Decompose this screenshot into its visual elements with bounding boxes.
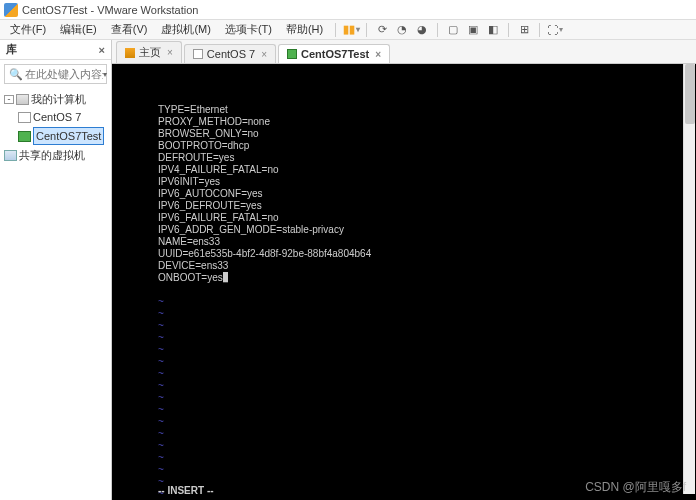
separator [335, 23, 336, 37]
main-area: 库 × 🔍 ▾ - 我的计算机 CentOS 7 CentOS7Test [0, 40, 696, 500]
expand-icon[interactable]: - [4, 95, 14, 104]
vm-console[interactable]: TYPE=Ethernet PROXY_METHOD=none BROWSER_… [112, 64, 696, 500]
tab-close-icon[interactable]: × [167, 47, 173, 58]
search-icon: 🔍 [9, 68, 23, 81]
menu-view[interactable]: 查看(V) [105, 20, 154, 39]
tab-label: CentOS7Test [301, 48, 369, 60]
vim-status-line: -- INSERT -- [158, 485, 214, 496]
tree-label: CentOS7Test [33, 127, 104, 145]
menu-file[interactable]: 文件(F) [4, 20, 52, 39]
tree-shared-vms[interactable]: 共享的虚拟机 [4, 146, 107, 164]
tab-bar: 主页 × CentOS 7 × CentOS7Test × [112, 40, 696, 64]
search-input[interactable] [25, 68, 103, 80]
vm-on-icon [18, 131, 31, 142]
tree-label: 共享的虚拟机 [19, 147, 85, 163]
shared-icon [4, 150, 17, 161]
fullscreen-button[interactable]: ▢ [444, 22, 462, 38]
pause-button[interactable]: ▮▮▾ [342, 22, 360, 38]
search-box[interactable]: 🔍 ▾ [4, 64, 107, 84]
cursor: _ [223, 272, 229, 283]
sidebar: 库 × 🔍 ▾ - 我的计算机 CentOS 7 CentOS7Test [0, 40, 112, 500]
tab-close-icon[interactable]: × [261, 49, 267, 60]
tree-label: CentOS 7 [33, 109, 81, 125]
tree-label: 我的计算机 [31, 91, 86, 107]
scrollbar-thumb[interactable] [685, 64, 695, 124]
tree-vm-centos7test[interactable]: CentOS7Test [4, 126, 107, 146]
search-dropdown-icon[interactable]: ▾ [103, 70, 107, 79]
snapshot-manager-button[interactable]: ◕ [413, 22, 431, 38]
vertical-scrollbar[interactable] [683, 64, 695, 494]
multiple-monitors-button[interactable]: ◧ [484, 22, 502, 38]
tree-vm-centos7[interactable]: CentOS 7 [4, 108, 107, 126]
sidebar-close-icon[interactable]: × [99, 44, 105, 56]
menu-help[interactable]: 帮助(H) [280, 20, 329, 39]
library-toggle-button[interactable]: ⊞ [515, 22, 533, 38]
menu-edit[interactable]: 编辑(E) [54, 20, 103, 39]
content: 主页 × CentOS 7 × CentOS7Test × TYPE=Ether… [112, 40, 696, 500]
tab-label: 主页 [139, 45, 161, 60]
snapshot-button[interactable]: ◔ [393, 22, 411, 38]
app-logo-icon [4, 3, 18, 17]
tab-close-icon[interactable]: × [375, 49, 381, 60]
tab-label: CentOS 7 [207, 48, 255, 60]
tab-centos7[interactable]: CentOS 7 × [184, 44, 276, 63]
title-bar: CentOS7Test - VMware Workstation [0, 0, 696, 20]
separator [437, 23, 438, 37]
home-icon [125, 48, 135, 58]
separator [539, 23, 540, 37]
separator [508, 23, 509, 37]
sidebar-header: 库 × [0, 40, 111, 60]
tree-my-computer[interactable]: - 我的计算机 [4, 90, 107, 108]
window-title: CentOS7Test - VMware Workstation [22, 4, 198, 16]
tab-home[interactable]: 主页 × [116, 41, 182, 63]
menu-tabs[interactable]: 选项卡(T) [219, 20, 278, 39]
library-tree: - 我的计算机 CentOS 7 CentOS7Test 共享的虚拟机 [0, 88, 111, 166]
host-icon [16, 94, 29, 105]
vm-on-icon [287, 49, 297, 59]
sidebar-title: 库 [6, 42, 17, 57]
menu-bar: 文件(F) 编辑(E) 查看(V) 虚拟机(M) 选项卡(T) 帮助(H) ▮▮… [0, 20, 696, 40]
vm-off-icon [193, 49, 203, 59]
separator [366, 23, 367, 37]
stretch-button[interactable]: ⛶▾ [546, 22, 564, 38]
menu-vm[interactable]: 虚拟机(M) [155, 20, 217, 39]
send-ctrl-alt-del-button[interactable]: ⟳ [373, 22, 391, 38]
unity-button[interactable]: ▣ [464, 22, 482, 38]
tab-centos7test[interactable]: CentOS7Test × [278, 44, 390, 63]
vm-off-icon [18, 112, 31, 123]
